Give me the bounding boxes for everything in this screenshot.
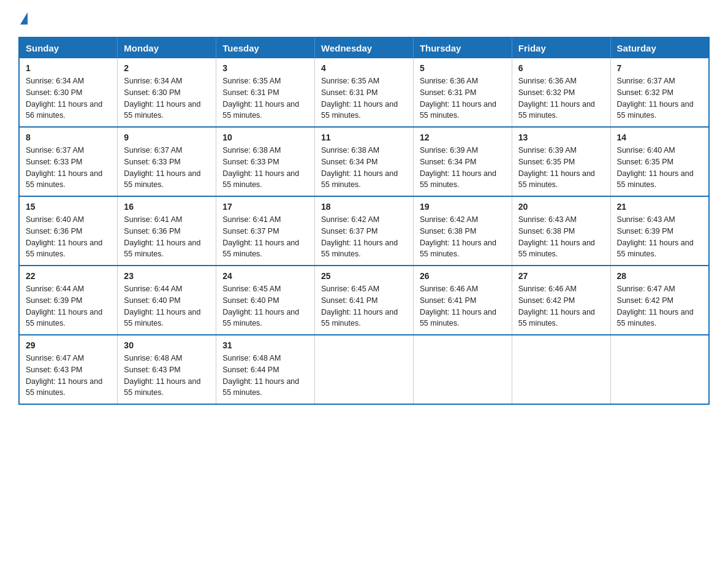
day-number: 23 xyxy=(124,271,210,281)
daylight-label: Daylight: 11 hours and 55 minutes. xyxy=(321,239,398,259)
calendar-cell: 8 Sunrise: 6:37 AM Sunset: 6:33 PM Dayli… xyxy=(19,127,118,196)
calendar-cell: 20 Sunrise: 6:43 AM Sunset: 6:38 PM Dayl… xyxy=(512,196,610,266)
daylight-label: Daylight: 11 hours and 55 minutes. xyxy=(124,169,200,190)
day-info: Sunrise: 6:41 AM Sunset: 6:37 PM Dayligh… xyxy=(222,214,308,260)
col-header-sunday: Sunday xyxy=(19,37,118,58)
calendar-cell: 4 Sunrise: 6:35 AM Sunset: 6:31 PM Dayli… xyxy=(315,58,414,127)
day-info: Sunrise: 6:43 AM Sunset: 6:38 PM Dayligh… xyxy=(518,214,604,260)
col-header-wednesday: Wednesday xyxy=(315,37,414,58)
day-number: 4 xyxy=(321,63,407,73)
sunset-label: Sunset: 6:32 PM xyxy=(617,88,673,97)
sunrise-label: Sunrise: 6:35 AM xyxy=(321,77,379,85)
daylight-label: Daylight: 11 hours and 55 minutes. xyxy=(222,169,299,190)
sunrise-label: Sunrise: 6:35 AM xyxy=(222,77,281,85)
sunrise-label: Sunrise: 6:47 AM xyxy=(26,354,84,362)
calendar-cell: 18 Sunrise: 6:42 AM Sunset: 6:37 PM Dayl… xyxy=(315,196,414,266)
calendar-cell: 25 Sunrise: 6:45 AM Sunset: 6:41 PM Dayl… xyxy=(315,266,414,335)
day-number: 8 xyxy=(26,132,111,142)
day-number: 28 xyxy=(617,271,702,281)
sunset-label: Sunset: 6:38 PM xyxy=(518,227,575,236)
sunset-label: Sunset: 6:33 PM xyxy=(124,158,180,166)
daylight-label: Daylight: 11 hours and 55 minutes. xyxy=(124,377,200,397)
col-header-monday: Monday xyxy=(118,37,216,58)
day-number: 3 xyxy=(222,63,308,73)
sunset-label: Sunset: 6:33 PM xyxy=(26,158,82,166)
daylight-label: Daylight: 11 hours and 55 minutes. xyxy=(321,100,398,120)
day-number: 20 xyxy=(518,202,604,212)
sunrise-label: Sunrise: 6:46 AM xyxy=(420,285,478,293)
day-number: 1 xyxy=(26,63,111,73)
sunrise-label: Sunrise: 6:39 AM xyxy=(420,146,478,155)
sunrise-label: Sunrise: 6:48 AM xyxy=(124,354,182,362)
day-number: 29 xyxy=(26,340,111,350)
day-info: Sunrise: 6:38 AM Sunset: 6:34 PM Dayligh… xyxy=(321,145,407,191)
daylight-label: Daylight: 11 hours and 56 minutes. xyxy=(26,100,102,120)
daylight-label: Daylight: 11 hours and 55 minutes. xyxy=(518,169,595,190)
sunset-label: Sunset: 6:43 PM xyxy=(26,366,82,374)
calendar-cell: 14 Sunrise: 6:40 AM Sunset: 6:35 PM Dayl… xyxy=(610,127,709,196)
day-info: Sunrise: 6:36 AM Sunset: 6:31 PM Dayligh… xyxy=(420,75,506,121)
day-info: Sunrise: 6:41 AM Sunset: 6:36 PM Dayligh… xyxy=(124,214,210,260)
sunrise-label: Sunrise: 6:41 AM xyxy=(124,215,182,224)
day-number: 25 xyxy=(321,271,407,281)
sunrise-label: Sunrise: 6:36 AM xyxy=(420,77,478,85)
calendar-cell xyxy=(413,335,512,404)
col-header-thursday: Thursday xyxy=(413,37,512,58)
calendar-cell: 21 Sunrise: 6:43 AM Sunset: 6:39 PM Dayl… xyxy=(610,196,709,266)
daylight-label: Daylight: 11 hours and 55 minutes. xyxy=(420,100,496,120)
sunset-label: Sunset: 6:31 PM xyxy=(321,88,377,97)
calendar-cell: 23 Sunrise: 6:44 AM Sunset: 6:40 PM Dayl… xyxy=(118,266,216,335)
day-number: 15 xyxy=(26,202,111,212)
daylight-label: Daylight: 11 hours and 55 minutes. xyxy=(420,169,496,190)
day-number: 26 xyxy=(420,271,506,281)
day-number: 6 xyxy=(518,63,604,73)
day-info: Sunrise: 6:37 AM Sunset: 6:33 PM Dayligh… xyxy=(26,145,111,191)
sunset-label: Sunset: 6:35 PM xyxy=(617,158,673,166)
col-header-tuesday: Tuesday xyxy=(216,37,315,58)
sunset-label: Sunset: 6:35 PM xyxy=(518,158,575,166)
calendar-cell: 10 Sunrise: 6:38 AM Sunset: 6:33 PM Dayl… xyxy=(216,127,315,196)
day-number: 22 xyxy=(26,271,111,281)
day-info: Sunrise: 6:36 AM Sunset: 6:32 PM Dayligh… xyxy=(518,75,604,121)
day-info: Sunrise: 6:42 AM Sunset: 6:38 PM Dayligh… xyxy=(420,214,506,260)
sunset-label: Sunset: 6:43 PM xyxy=(124,366,180,374)
daylight-label: Daylight: 11 hours and 55 minutes. xyxy=(518,308,595,328)
calendar-table: SundayMondayTuesdayWednesdayThursdayFrid… xyxy=(18,37,710,405)
day-info: Sunrise: 6:48 AM Sunset: 6:44 PM Dayligh… xyxy=(222,353,308,399)
sunrise-label: Sunrise: 6:47 AM xyxy=(617,285,675,293)
sunset-label: Sunset: 6:38 PM xyxy=(420,227,476,236)
day-info: Sunrise: 6:45 AM Sunset: 6:41 PM Dayligh… xyxy=(321,283,407,329)
day-info: Sunrise: 6:43 AM Sunset: 6:39 PM Dayligh… xyxy=(617,214,702,260)
day-info: Sunrise: 6:38 AM Sunset: 6:33 PM Dayligh… xyxy=(222,145,308,191)
daylight-label: Daylight: 11 hours and 55 minutes. xyxy=(518,239,595,259)
sunrise-label: Sunrise: 6:48 AM xyxy=(222,354,281,362)
sunrise-label: Sunrise: 6:37 AM xyxy=(26,146,84,155)
day-number: 31 xyxy=(222,340,308,350)
calendar-cell: 15 Sunrise: 6:40 AM Sunset: 6:36 PM Dayl… xyxy=(19,196,118,266)
daylight-label: Daylight: 11 hours and 55 minutes. xyxy=(518,100,595,120)
calendar-cell: 29 Sunrise: 6:47 AM Sunset: 6:43 PM Dayl… xyxy=(19,335,118,404)
day-number: 16 xyxy=(124,202,210,212)
day-number: 30 xyxy=(124,340,210,350)
day-info: Sunrise: 6:42 AM Sunset: 6:37 PM Dayligh… xyxy=(321,214,407,260)
day-info: Sunrise: 6:47 AM Sunset: 6:42 PM Dayligh… xyxy=(617,283,702,329)
calendar-cell: 22 Sunrise: 6:44 AM Sunset: 6:39 PM Dayl… xyxy=(19,266,118,335)
sunset-label: Sunset: 6:33 PM xyxy=(222,158,279,166)
sunrise-label: Sunrise: 6:40 AM xyxy=(26,215,84,224)
page-header xyxy=(18,12,710,25)
calendar-cell: 17 Sunrise: 6:41 AM Sunset: 6:37 PM Dayl… xyxy=(216,196,315,266)
day-number: 10 xyxy=(222,132,308,142)
sunset-label: Sunset: 6:30 PM xyxy=(26,88,82,97)
sunset-label: Sunset: 6:42 PM xyxy=(518,296,575,305)
day-info: Sunrise: 6:48 AM Sunset: 6:43 PM Dayligh… xyxy=(124,353,210,399)
day-info: Sunrise: 6:35 AM Sunset: 6:31 PM Dayligh… xyxy=(222,75,308,121)
sunset-label: Sunset: 6:32 PM xyxy=(518,88,575,97)
daylight-label: Daylight: 11 hours and 55 minutes. xyxy=(124,308,200,328)
sunrise-label: Sunrise: 6:38 AM xyxy=(222,146,281,155)
calendar-cell: 30 Sunrise: 6:48 AM Sunset: 6:43 PM Dayl… xyxy=(118,335,216,404)
day-number: 17 xyxy=(222,202,308,212)
sunrise-label: Sunrise: 6:44 AM xyxy=(124,285,182,293)
daylight-label: Daylight: 11 hours and 55 minutes. xyxy=(26,169,102,190)
sunset-label: Sunset: 6:31 PM xyxy=(420,88,476,97)
daylight-label: Daylight: 11 hours and 55 minutes. xyxy=(321,308,398,328)
